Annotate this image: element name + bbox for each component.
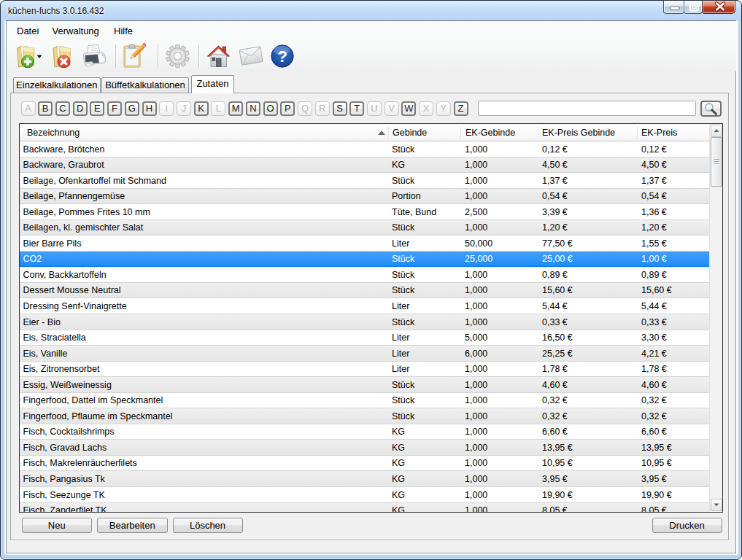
- svg-text:?: ?: [277, 47, 287, 66]
